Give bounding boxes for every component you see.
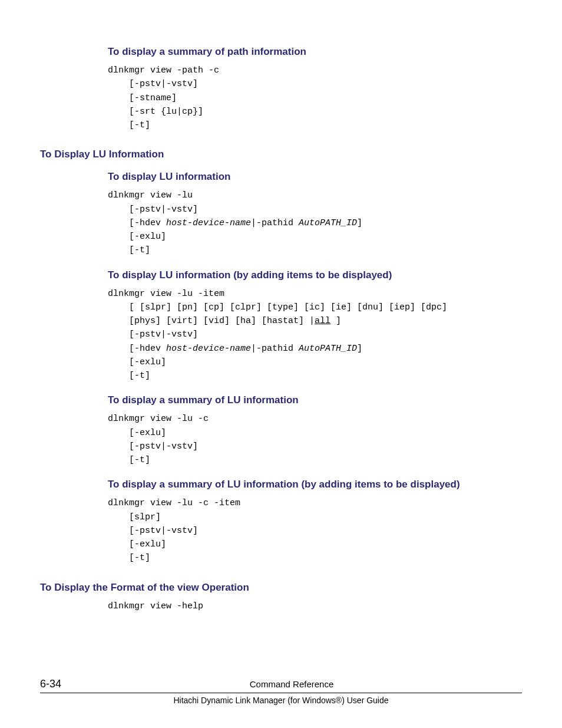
heading-lu-info-section: To Display LU Information [40,149,522,160]
code-line: [-exlu] [108,428,166,438]
heading-lu-info: To display LU information [108,171,522,183]
code-line: [-pstv|-vstv] [108,442,198,452]
code-param: host-device-name [166,344,251,354]
code-line: [-hdev host-device-name|-pathid AutoPATH… [108,344,362,354]
page-footer: 6-34 Command Reference Hitachi Dynamic L… [40,678,522,705]
code-lu-info: dlnkmgr view -lu [-pstv|-vstv] [-hdev ho… [108,189,522,257]
code-line: [ [slpr] [pn] [cp] [clpr] [type] [ic] [i… [108,302,447,312]
code-text: [-hdev [108,344,166,354]
code-text: [-hdev [108,218,166,228]
code-param: host-device-name [166,218,251,228]
code-line: [-pstv|-vstv] [108,330,198,340]
code-lu-info-items: dlnkmgr view -lu -item [ [slpr] [pn] [cp… [108,287,522,383]
code-line: [-t] [108,553,150,563]
code-line: [-exlu] [108,539,166,549]
footer-divider [40,693,522,693]
code-line: dlnkmgr view -lu -item [108,289,224,299]
code-line: dlnkmgr view -lu [108,190,193,200]
code-text: ] [330,316,341,326]
heading-path-summary: To display a summary of path information [108,46,522,58]
code-text: [phys] [virt] [vid] [ha] [hastat] | [108,316,315,326]
code-line: [-t] [108,371,150,381]
heading-format-view: To Display the Format of the view Operat… [40,582,522,594]
code-lu-summary-items: dlnkmgr view -lu -c -item [slpr] [-pstv|… [108,496,522,565]
code-keyword: all [315,316,330,326]
code-line: dlnkmgr view -lu -c -item [108,498,240,508]
code-view-help: dlnkmgr view -help [108,599,522,613]
heading-lu-summary: To display a summary of LU information [108,394,522,406]
code-line: [-t] [108,120,150,130]
code-path-summary: dlnkmgr view -path -c [-pstv|-vstv] [-st… [108,64,522,132]
code-line: [-hdev host-device-name|-pathid AutoPATH… [108,218,362,228]
code-line: [-t] [108,455,150,465]
page-number: 6-34 [40,678,61,690]
code-line: dlnkmgr view -help [108,601,203,611]
code-lu-summary: dlnkmgr view -lu -c [-exlu] [-pstv|-vstv… [108,412,522,467]
code-line: [-exlu] [108,232,166,242]
code-text: ] [357,218,362,228]
code-line: [-pstv|-vstv] [108,205,198,215]
code-text: |-pathid [251,344,299,354]
code-line: [slpr] [108,512,161,522]
code-line: [-t] [108,245,150,255]
code-line: dlnkmgr view -path -c [108,65,219,75]
code-line: [-srt {lu|cp}] [108,107,203,117]
code-text: |-pathid [251,218,299,228]
code-line: [-pstv|-vstv] [108,526,198,536]
code-line: [-exlu] [108,357,166,367]
code-param: AutoPATH_ID [299,344,357,354]
code-line: dlnkmgr view -lu -c [108,414,209,424]
code-line: [-pstv|-vstv] [108,79,198,89]
chapter-title: Command Reference [61,679,522,689]
code-param: AutoPATH_ID [299,218,357,228]
heading-lu-info-items: To display LU information (by adding ite… [108,269,522,281]
code-line: [phys] [virt] [vid] [ha] [hastat] |all ] [108,316,341,326]
heading-lu-summary-items: To display a summary of LU information (… [108,479,522,490]
code-line: [-stname] [108,93,177,103]
guide-title: Hitachi Dynamic Link Manager (for Window… [40,696,522,705]
code-text: ] [357,344,362,354]
